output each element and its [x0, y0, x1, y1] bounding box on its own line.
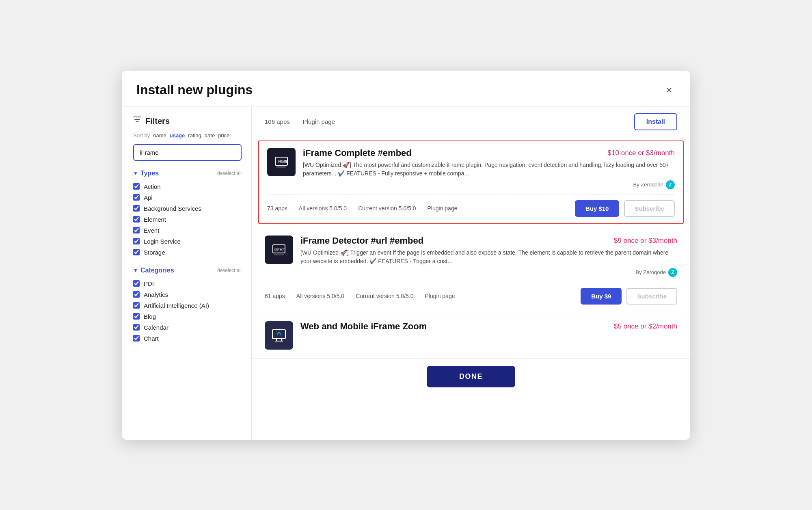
category-pdf-checkbox[interactable] [133, 280, 140, 287]
close-button[interactable]: × [663, 82, 676, 98]
all-versions-1: All versions 5.0/5.0 [299, 205, 347, 212]
buy-button-1[interactable]: Buy $10 [575, 200, 620, 217]
plugin-stats-2: 61 apps All versions 5.0/5.0 Current ver… [265, 293, 455, 299]
modal-body: Filters Sort by name usage rating date p… [122, 107, 690, 440]
type-storage: Storage [133, 247, 242, 258]
type-background-services: Background Services [133, 203, 242, 214]
subscribe-button-2[interactable]: Subscribe [626, 288, 677, 305]
plugin-price-2: $9 once or $3/month [614, 237, 677, 245]
author-badge-1: Z [666, 180, 675, 189]
plugin-icon-iframe-detector: DETECT [265, 236, 293, 264]
sort-rating[interactable]: rating [188, 132, 201, 138]
done-bar: DONE [252, 358, 690, 395]
plugin-actions-1: Buy $10 Subscribe [575, 200, 675, 217]
plugin-card-bottom-2: 61 apps All versions 5.0/5.0 Current ver… [265, 282, 677, 305]
plugin-price-1: $10 once or $3/month [608, 149, 675, 157]
plugin-price-3: $5 once or $2/month [614, 322, 677, 331]
plugin-author-1: By Zeroqode Z [303, 180, 675, 189]
type-action-checkbox[interactable] [133, 183, 140, 190]
plugin-card-iframe-detector: DETECT iFrame Detector #url #embed $9 on… [252, 227, 690, 313]
svg-rect-3 [276, 166, 286, 168]
plugin-card-top-1: FRAME iFrame Complete #embed $10 once or… [267, 148, 675, 189]
svg-rect-7 [274, 254, 284, 255]
plugin-info-1: iFrame Complete #embed $10 once or $3/mo… [303, 148, 675, 189]
sidebar: Filters Sort by name usage rating date p… [122, 107, 252, 440]
svg-text:DETECT: DETECT [274, 248, 285, 251]
plugin-info-2: iFrame Detector #url #embed $9 once or $… [300, 236, 677, 277]
plugin-name-row-1: iFrame Complete #embed $10 once or $3/mo… [303, 148, 675, 158]
plugin-page-1[interactable]: Plugin page [428, 205, 458, 212]
categories-chevron: ▼ [133, 268, 138, 273]
categories-deselect-all[interactable]: deselect all [217, 268, 242, 273]
modal: Install new plugins × Filters Sort by na… [122, 71, 690, 440]
category-ai: Artificial Intelligence (AI) [133, 300, 242, 311]
apps-count-1: 73 apps [267, 205, 287, 212]
categories-section-title[interactable]: ▼ Categories [133, 267, 174, 274]
type-element: Element [133, 214, 242, 225]
filters-header: Filters [133, 117, 242, 126]
category-calendar-checkbox[interactable] [133, 324, 140, 331]
type-api: Api [133, 192, 242, 203]
types-section-title[interactable]: ▼ Types [133, 170, 159, 177]
plugin-card-top-2: DETECT iFrame Detector #url #embed $9 on… [265, 236, 677, 277]
filters-label: Filters [145, 117, 170, 126]
modal-header: Install new plugins × [122, 71, 690, 107]
plugin-actions-2: Buy $9 Subscribe [581, 288, 677, 305]
top-bar-left: 106 apps Plugin page [265, 118, 335, 125]
sort-date[interactable]: date [205, 132, 215, 138]
plugin-name-row-2: iFrame Detector #url #embed $9 once or $… [300, 236, 677, 246]
plugin-desc-1: [WU Optimized 🚀] The most powerful and c… [303, 161, 675, 178]
plugin-name-3: Web and Mobile iFrame Zoom [300, 321, 427, 332]
apps-count-2: 61 apps [265, 293, 285, 299]
category-chart-checkbox[interactable] [133, 335, 140, 341]
top-bar: 106 apps Plugin page Install [252, 107, 690, 137]
types-chevron: ▼ [133, 171, 138, 176]
sort-by-label: Sort by [133, 132, 150, 138]
categories-section-header: ▼ Categories deselect all [133, 267, 242, 274]
category-analytics: Analytics [133, 289, 242, 300]
current-version-2: Current version 5.0/5.0 [356, 293, 413, 299]
plugin-stats-1: 73 apps All versions 5.0/5.0 Current ver… [267, 205, 457, 212]
type-action: Action [133, 181, 242, 192]
category-blog-checkbox[interactable] [133, 313, 140, 320]
sort-row: Sort by name usage rating date price [133, 132, 242, 138]
sort-usage[interactable]: usage [170, 132, 185, 138]
apps-count: 106 apps [265, 118, 290, 125]
plugin-page-link[interactable]: Plugin page [303, 118, 335, 125]
category-blog: Blog [133, 311, 242, 322]
type-api-checkbox[interactable] [133, 194, 140, 201]
search-input[interactable] [133, 144, 242, 161]
type-background-services-checkbox[interactable] [133, 205, 140, 212]
all-versions-2: All versions 5.0/5.0 [296, 293, 344, 299]
type-login-service: Login Service [133, 236, 242, 247]
type-event: Event [133, 225, 242, 236]
filter-icon [133, 117, 141, 126]
category-calendar: Calendar [133, 322, 242, 333]
sort-price[interactable]: price [218, 132, 229, 138]
type-login-service-checkbox[interactable] [133, 238, 140, 244]
type-element-checkbox[interactable] [133, 216, 140, 223]
plugin-card-iframe-zoom: Web and Mobile iFrame Zoom $5 once or $2… [252, 313, 690, 358]
subscribe-button-1[interactable]: Subscribe [624, 200, 675, 217]
plugin-card-top-3: Web and Mobile iFrame Zoom $5 once or $2… [265, 321, 677, 350]
types-section-header: ▼ Types deselect all [133, 170, 242, 177]
sort-name[interactable]: name [153, 132, 166, 138]
buy-button-2[interactable]: Buy $9 [581, 288, 622, 305]
plugin-card-iframe-complete: FRAME iFrame Complete #embed $10 once or… [258, 140, 684, 224]
category-chart: Chart [133, 333, 242, 344]
author-badge-2: Z [668, 268, 677, 277]
categories-list: PDF Analytics Artificial Intelligence (A… [133, 278, 242, 344]
types-deselect-all[interactable]: deselect all [217, 171, 242, 176]
install-button[interactable]: Install [634, 113, 677, 130]
modal-title: Install new plugins [136, 82, 253, 97]
main-content: 106 apps Plugin page Install FRAME [252, 107, 690, 440]
current-version-1: Current version 5.0/5.0 [358, 205, 416, 212]
type-event-checkbox[interactable] [133, 227, 140, 233]
plugin-name-1: iFrame Complete #embed [303, 148, 412, 158]
svg-text:FRAME: FRAME [278, 160, 288, 164]
plugin-page-2[interactable]: Plugin page [425, 293, 455, 299]
type-storage-checkbox[interactable] [133, 249, 140, 255]
category-analytics-checkbox[interactable] [133, 291, 140, 298]
category-ai-checkbox[interactable] [133, 302, 140, 309]
done-button[interactable]: DONE [427, 366, 515, 387]
